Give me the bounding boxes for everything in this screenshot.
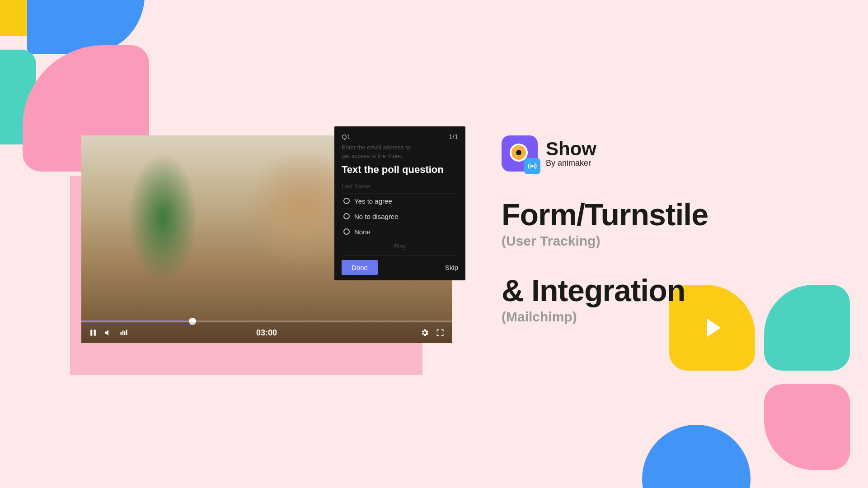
brand-logo [502, 135, 538, 172]
heading-main: Form/Turnstile [502, 199, 708, 231]
play-triangle-icon [707, 319, 721, 337]
svg-rect-4 [124, 331, 126, 335]
radio-icon [343, 198, 350, 204]
poll-option[interactable]: No to disagree [342, 209, 458, 224]
decor-teal-bottom-right [764, 285, 850, 371]
poll-option-label: Yes to agree [354, 197, 392, 205]
broadcast-icon [525, 159, 539, 173]
decor-pink-bottom-right [764, 384, 850, 470]
gear-icon[interactable] [420, 328, 429, 337]
radio-icon [343, 213, 350, 219]
poll-option[interactable]: Yes to agree [342, 193, 458, 209]
brand-subtitle: By animaker [546, 158, 596, 168]
poll-faded-label: Last Name [342, 183, 458, 190]
poll-subtext-line-2: get access to the Video [342, 153, 458, 159]
poll-option[interactable]: None [342, 224, 458, 239]
heading-sub: (Mailchimp) [502, 309, 685, 325]
player-controls: 03:00 [81, 322, 452, 343]
svg-point-6 [531, 165, 533, 167]
brand-block: Show By animaker [502, 135, 596, 172]
decor-blue-bottom-right [642, 425, 751, 488]
poll-option-label: None [354, 228, 371, 236]
svg-rect-0 [90, 330, 92, 335]
poll-subtext-line-1: Enter the email address to [342, 144, 458, 151]
poll-overlay: Q1 1/1 Enter the email address to get ac… [334, 126, 465, 280]
poll-play-hint: Play [342, 243, 458, 250]
poll-counter: 1/1 [449, 133, 458, 140]
poll-option-label: No to disagree [354, 213, 399, 220]
svg-rect-5 [126, 330, 127, 335]
skip-button[interactable]: Skip [445, 264, 458, 271]
poll-question-number: Q1 [342, 133, 351, 140]
poll-question-text: Text the poll question [342, 163, 458, 177]
pause-icon[interactable] [89, 328, 98, 337]
heading-integration: & Integration (Mailchimp) [502, 274, 685, 325]
svg-rect-3 [122, 330, 124, 335]
svg-rect-1 [94, 330, 96, 335]
heading-main: & Integration [502, 274, 685, 307]
done-button[interactable]: Done [342, 260, 378, 275]
fullscreen-icon[interactable] [436, 328, 445, 337]
heading-form-turnstile: Form/Turnstile (User Tracking) [502, 199, 708, 249]
brand-title: Show [546, 139, 596, 158]
playback-time: 03:00 [256, 328, 277, 338]
svg-rect-2 [121, 332, 122, 335]
heading-sub: (User Tracking) [502, 233, 708, 249]
radio-icon [343, 228, 350, 235]
equalizer-icon[interactable] [119, 328, 128, 337]
volume-icon[interactable] [104, 328, 113, 337]
